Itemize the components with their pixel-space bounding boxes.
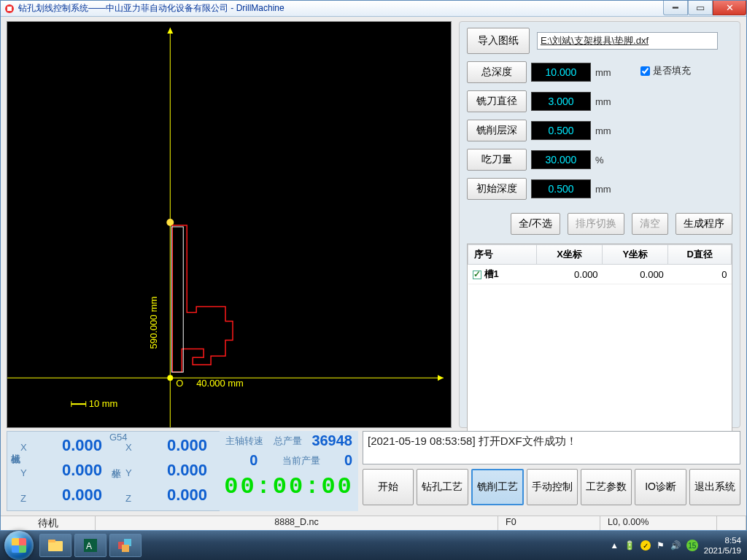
params-column: 总深度 10.000 mm 铣刀直径 3.000 mm 铣削层深 0.500 m… xyxy=(467,54,619,200)
select-all-button[interactable]: 全/不选 xyxy=(511,213,560,235)
taskbar-app2-icon[interactable] xyxy=(109,534,142,557)
svg-rect-13 xyxy=(48,541,63,551)
filepath-field[interactable] xyxy=(537,32,718,50)
manual-control-button[interactable]: 手动控制 xyxy=(527,469,578,505)
clear-button[interactable]: 清空 xyxy=(632,213,668,235)
exit-button[interactable]: 退出系统 xyxy=(689,469,740,505)
action-row: 全/不选 排序切换 清空 生成程序 xyxy=(467,213,732,235)
process-params-button[interactable]: 工艺参数 xyxy=(581,469,632,505)
y-axis-label: 590.000 mm xyxy=(148,296,159,349)
param-tool-diameter: 铣刀直径 3.000 mm xyxy=(467,90,619,112)
status-state: 待机 xyxy=(1,516,96,530)
tray-ime-icon[interactable]: 15 xyxy=(686,540,698,551)
svg-text:O: O xyxy=(176,378,183,389)
scale-label: 10 mm xyxy=(89,398,118,409)
param-layer-depth: 铣削层深 0.500 mm xyxy=(467,120,619,141)
table-row[interactable]: 槽1 0.000 0.000 0 xyxy=(468,265,732,284)
svg-text:A: A xyxy=(86,541,92,551)
tray-shield-icon[interactable]: ✓ xyxy=(640,540,651,551)
svg-marker-5 xyxy=(167,28,173,34)
cad-canvas[interactable]: O 40.000 mm 590.000 mm 10 mm xyxy=(7,21,452,428)
svg-rect-14 xyxy=(48,540,55,542)
fill-checkbox[interactable]: 是否填充 xyxy=(640,64,691,77)
svg-rect-1 xyxy=(7,7,12,11)
param-total-depth: 总深度 10.000 mm xyxy=(467,61,619,83)
status-file: 8888_D.nc xyxy=(96,516,498,530)
taskbar-app1-icon[interactable]: A xyxy=(74,534,107,557)
param-stepover: 吃刀量 30.000 % xyxy=(467,149,619,171)
window-controls: ━ ▭ ✕ xyxy=(663,1,746,15)
app-window: 钻孔划线控制系统——中山亚力菲自动化设备有限公司 - DrillMachine … xyxy=(0,0,747,531)
tray-battery-icon[interactable]: 🔋 xyxy=(624,540,635,551)
start-button[interactable] xyxy=(4,531,34,560)
tray-clock[interactable]: 8:54 2021/5/19 xyxy=(704,535,741,556)
production-panel: 主轴转速总产量36948 0当前产量0 00:00:00 xyxy=(220,431,358,511)
sort-switch-button[interactable]: 排序切换 xyxy=(568,213,624,235)
generate-program-button[interactable]: 生成程序 xyxy=(676,213,732,235)
svg-point-6 xyxy=(167,375,173,381)
app-icon xyxy=(4,3,15,15)
titlebar: 钻孔划线控制系统——中山亚力菲自动化设备有限公司 - DrillMachine … xyxy=(1,1,746,17)
taskbar-explorer-icon[interactable] xyxy=(39,534,71,557)
param-label-total-depth[interactable]: 总深度 xyxy=(467,61,527,83)
feature-table[interactable]: 序号 X坐标 Y坐标 D直径 槽1 0.000 0.000 0 xyxy=(467,244,732,440)
window-title: 钻孔划线控制系统——中山亚力菲自动化设备有限公司 - DrillMachine xyxy=(18,2,285,15)
param-value-total-depth[interactable]: 10.000 xyxy=(531,63,591,82)
param-initial-depth: 初始深度 0.500 mm xyxy=(467,178,619,200)
import-drawing-button[interactable]: 导入图纸 xyxy=(467,28,530,54)
status-line: L0, 0.00% xyxy=(600,516,717,530)
tray-flag-icon[interactable]: ⚑ xyxy=(657,540,665,551)
status-feed: F0 xyxy=(498,516,600,530)
control-panel: 导入图纸 总深度 10.000 mm 铣刀直径 3.000 mm xyxy=(459,21,740,428)
minimize-button[interactable]: ━ xyxy=(663,1,688,15)
system-tray[interactable]: ▲ 🔋 ✓ ⚑ 🔊 15 8:54 2021/5/19 xyxy=(604,535,747,556)
command-row: 开始 钻孔工艺 铣削工艺 手动控制 工艺参数 IO诊断 退出系统 xyxy=(363,469,740,505)
x-axis-label: 40.000 mm xyxy=(196,378,244,389)
tray-volume-icon[interactable]: 🔊 xyxy=(670,540,681,551)
mill-process-button[interactable]: 铣削工艺 xyxy=(471,469,524,505)
row-checkbox[interactable] xyxy=(473,271,481,279)
close-button[interactable]: ✕ xyxy=(713,1,746,15)
tray-icon-up[interactable]: ▲ xyxy=(610,541,618,550)
start-button[interactable]: 开始 xyxy=(363,469,414,505)
svg-marker-3 xyxy=(438,375,444,381)
status-bar: 待机 8888_D.nc F0 L0, 0.00% xyxy=(1,516,746,530)
maximize-button[interactable]: ▭ xyxy=(688,1,713,15)
cad-svg: O 40.000 mm 590.000 mm 10 mm xyxy=(7,22,451,427)
cycle-timer: 00:00:00 xyxy=(220,470,358,500)
log-output: [2021-05-19 08:53:58] 打开DXF文件成功！ xyxy=(363,431,740,464)
svg-rect-19 xyxy=(122,545,129,552)
taskbar[interactable]: A ▲ 🔋 ✓ ⚑ 🔊 15 8:54 2021/5/19 xyxy=(0,531,747,560)
io-diag-button[interactable]: IO诊断 xyxy=(635,469,686,505)
content-area: O 40.000 mm 590.000 mm 10 mm 导入图纸 xyxy=(1,17,746,530)
drill-process-button[interactable]: 钻孔工艺 xyxy=(417,469,468,505)
